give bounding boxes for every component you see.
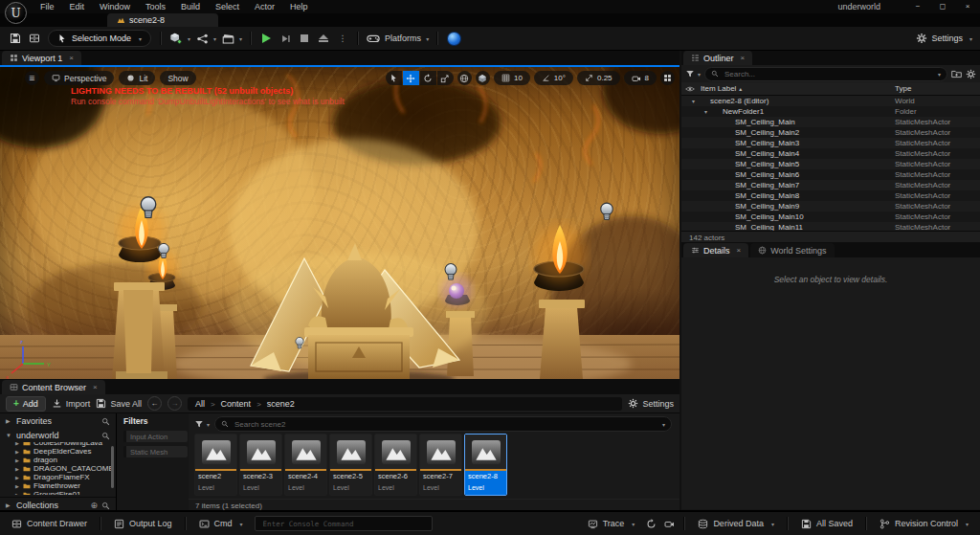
menu-item[interactable]: File bbox=[33, 0, 62, 13]
folder-tree-scrollbar[interactable] bbox=[111, 446, 114, 488]
close-icon[interactable]: × bbox=[741, 54, 746, 62]
close-icon[interactable]: × bbox=[737, 246, 742, 255]
maximize-button[interactable]: ◻ bbox=[930, 0, 955, 13]
add-collection-icon[interactable]: ⊕ bbox=[90, 501, 98, 510]
outliner-filter-button[interactable] bbox=[685, 69, 701, 78]
outliner-row[interactable]: SM_Ceiling_Main StaticMeshActor bbox=[681, 117, 980, 127]
asset-tile[interactable]: scene2-6 Level bbox=[374, 434, 417, 496]
platforms-dropdown[interactable]: Platforms bbox=[367, 32, 429, 45]
tab-outliner[interactable]: Outliner × bbox=[683, 51, 752, 65]
show-dropdown[interactable]: Show bbox=[160, 71, 195, 85]
search-icon[interactable] bbox=[101, 415, 110, 425]
asset-tile[interactable]: scene2-5 Level bbox=[329, 434, 372, 496]
outliner-row[interactable]: SM_Ceiling_Main6 StaticMeshActor bbox=[681, 169, 980, 180]
outliner-row[interactable]: SM_Ceiling_Main11 StaticMeshActor bbox=[681, 222, 980, 231]
filter-pill[interactable]: Input Action bbox=[123, 431, 188, 442]
folder-item[interactable]: ▶ DragonFlameFX bbox=[0, 473, 116, 481]
rotate-tool[interactable] bbox=[420, 71, 436, 85]
scale-snap-control[interactable]: 0.25 bbox=[577, 71, 620, 85]
outliner-row[interactable]: SM_Ceiling_Main10 StaticMeshActor bbox=[681, 212, 980, 222]
breadcrumb-item[interactable]: Content bbox=[221, 399, 267, 409]
play-button[interactable] bbox=[256, 30, 276, 47]
content-drawer-button[interactable]: Content Drawer bbox=[4, 514, 95, 533]
outliner-search-input[interactable] bbox=[723, 69, 931, 79]
source-control-button[interactable] bbox=[25, 30, 44, 47]
folder-item[interactable]: ▶ Flamethrower bbox=[0, 481, 116, 490]
add-button[interactable]: + Add bbox=[6, 396, 46, 412]
save-all-button[interactable]: Save All bbox=[96, 398, 142, 409]
grid-snap-control[interactable]: 10 bbox=[494, 71, 530, 85]
forward-button[interactable]: → bbox=[167, 396, 182, 411]
derived-data-dropdown[interactable]: Derived Data bbox=[690, 514, 782, 533]
world-space-toggle[interactable] bbox=[457, 71, 472, 85]
maximize-viewport-button[interactable] bbox=[660, 71, 675, 85]
project-root-item[interactable]: ▼ underworld bbox=[0, 428, 116, 442]
camera-speed-control[interactable]: 8 bbox=[624, 71, 657, 85]
column-type[interactable]: Type bbox=[895, 84, 911, 93]
all-saved-button[interactable]: All Saved bbox=[793, 514, 860, 533]
folder-item[interactable]: ▶ GroundFire01 bbox=[0, 490, 116, 495]
breadcrumb-item[interactable]: All bbox=[195, 399, 221, 409]
asset-tile[interactable]: scene2-4 Level bbox=[284, 434, 327, 496]
play-options-kebab[interactable]: ⋮ bbox=[333, 30, 352, 47]
menu-item[interactable]: Tools bbox=[138, 0, 173, 13]
minimize-button[interactable]: − bbox=[905, 0, 930, 13]
blueprints-button[interactable] bbox=[196, 33, 216, 45]
expand-arrow-icon[interactable]: ▾ bbox=[689, 98, 698, 104]
surface-snapping-toggle[interactable] bbox=[476, 71, 490, 85]
menu-item[interactable]: Actor bbox=[247, 0, 282, 13]
tab-content-browser[interactable]: Content Browser × bbox=[2, 380, 105, 394]
outliner-row[interactable]: SM_Ceiling_Main5 StaticMeshActor bbox=[681, 159, 980, 169]
asset-search[interactable] bbox=[214, 416, 672, 432]
tab-world-settings[interactable]: World Settings bbox=[750, 243, 834, 257]
outliner-row[interactable]: SM_Ceiling_Main7 StaticMeshActor bbox=[681, 180, 980, 190]
stop-button[interactable] bbox=[295, 30, 314, 47]
menu-item[interactable]: Edit bbox=[62, 0, 93, 13]
close-icon[interactable]: × bbox=[69, 54, 74, 62]
search-icon[interactable] bbox=[101, 430, 110, 439]
close-icon[interactable]: × bbox=[93, 383, 98, 391]
asset-tile[interactable]: scene2-7 Level bbox=[419, 434, 462, 496]
folder-item[interactable]: ▶ dragon bbox=[0, 456, 116, 464]
revision-control-dropdown[interactable]: Revision Control bbox=[872, 514, 976, 533]
tab-scene2-8[interactable]: scene2-8 bbox=[107, 13, 218, 27]
settings-dropdown[interactable]: Settings bbox=[916, 27, 972, 50]
expand-arrow-icon[interactable]: ▾ bbox=[702, 108, 710, 115]
trace-dropdown[interactable]: Trace bbox=[580, 514, 643, 533]
move-tool[interactable] bbox=[403, 71, 419, 85]
filter-pill[interactable]: Static Mesh bbox=[123, 446, 188, 457]
outliner-row[interactable]: SM_Ceiling_Main2 StaticMeshActor bbox=[681, 127, 980, 138]
outliner-row[interactable]: SM_Ceiling_Main8 StaticMeshActor bbox=[681, 190, 980, 201]
outliner-row[interactable]: ▾ scene2-8 (Editor) World bbox=[681, 96, 980, 106]
asset-tile[interactable]: scene2-3 Level bbox=[239, 434, 282, 496]
folder-item[interactable]: ▶ DeepElderCaves bbox=[0, 447, 116, 456]
close-button[interactable]: × bbox=[955, 0, 980, 13]
menu-item[interactable]: Build bbox=[173, 0, 208, 13]
outliner-row[interactable]: SM_Ceiling_Main4 StaticMeshActor bbox=[681, 148, 980, 159]
breadcrumb-item[interactable]: scene2 bbox=[267, 399, 295, 409]
outliner-row[interactable]: SM_Ceiling_Main3 StaticMeshActor bbox=[681, 138, 980, 148]
favorites-section[interactable]: ▶ Favorites bbox=[0, 413, 116, 428]
menu-item[interactable]: Help bbox=[282, 0, 316, 13]
perspective-dropdown[interactable]: Perspective bbox=[44, 71, 114, 85]
profiler-icon[interactable] bbox=[642, 514, 660, 533]
cmd-dropdown[interactable]: Cmd bbox=[191, 514, 251, 533]
cinematics-button[interactable] bbox=[222, 33, 242, 45]
column-item-label[interactable]: Item Label bbox=[701, 84, 736, 93]
selection-mode-dropdown[interactable]: Selection Mode bbox=[48, 30, 151, 47]
browser-globe-icon[interactable] bbox=[447, 32, 461, 46]
outliner-row[interactable]: ▾ NewFolder1 Folder bbox=[681, 106, 980, 117]
outliner-new-folder-button[interactable] bbox=[951, 68, 962, 78]
viewport-canvas[interactable]: z Y x LIGHTING NEEDS TO BE REBUILT (52 u… bbox=[0, 67, 679, 379]
scale-tool[interactable] bbox=[437, 71, 454, 85]
chevron-down-icon[interactable] bbox=[659, 419, 665, 429]
menu-item[interactable]: Window bbox=[92, 0, 138, 13]
outliner-column-headers[interactable]: Item Label ▴ Type bbox=[681, 82, 980, 96]
menu-item[interactable]: Select bbox=[208, 0, 247, 13]
search-icon[interactable] bbox=[101, 500, 110, 509]
frame-skip-button[interactable] bbox=[276, 30, 295, 47]
outliner-row[interactable]: SM_Ceiling_Main9 StaticMeshActor bbox=[681, 201, 980, 212]
console-command-input[interactable] bbox=[261, 519, 426, 529]
output-log-button[interactable]: Output Log bbox=[106, 514, 180, 533]
add-actor-button[interactable] bbox=[169, 32, 190, 45]
